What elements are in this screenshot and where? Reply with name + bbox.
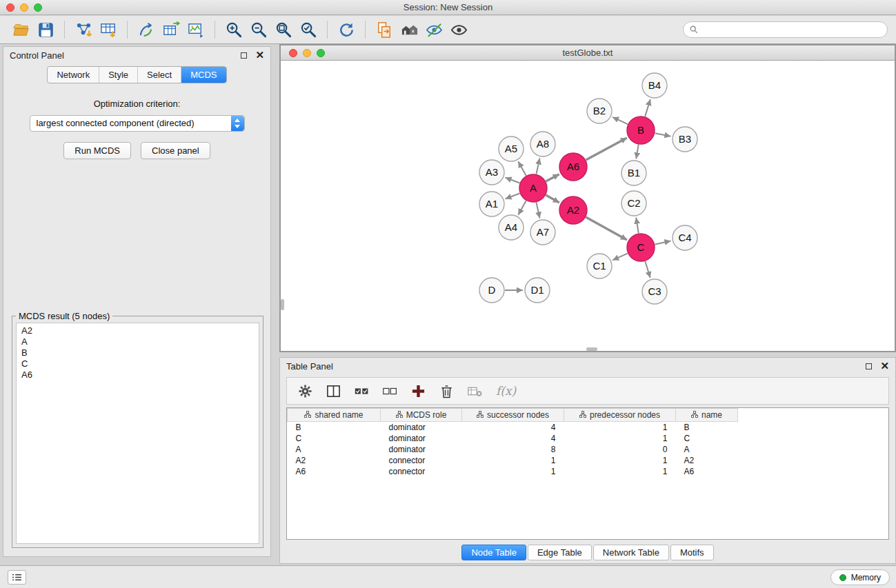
graph-node-A[interactable]: A (519, 174, 547, 202)
graph-node-B2[interactable]: B2 (587, 99, 612, 123)
table-cell[interactable]: 1 (564, 422, 676, 433)
table-cell[interactable]: 1 (564, 466, 676, 477)
close-window-button[interactable] (6, 3, 14, 12)
new-table-icon[interactable] (159, 19, 183, 41)
table-cell[interactable]: A (288, 444, 381, 455)
graph-edge-B-B1[interactable] (636, 145, 638, 159)
mcds-result-item[interactable]: A2 (21, 325, 254, 336)
export-image-icon[interactable] (183, 19, 208, 41)
table-float-panel-icon[interactable] (866, 363, 872, 369)
network-close-button[interactable] (289, 49, 297, 57)
table-cell[interactable]: 1 (462, 455, 564, 466)
float-panel-icon[interactable] (241, 52, 247, 59)
graph-node-A7[interactable]: A7 (530, 220, 555, 245)
show-hide-graphics-icon[interactable] (446, 19, 471, 41)
graph-node-C4[interactable]: C4 (673, 225, 697, 250)
mcds-result-item[interactable]: A6 (21, 369, 254, 381)
tab-motifs[interactable]: Motifs (670, 545, 714, 560)
table-row[interactable]: A6connector11A6 (288, 466, 889, 477)
search-input[interactable] (701, 25, 881, 35)
graph-node-B4[interactable]: B4 (642, 73, 667, 98)
criterion-select[interactable]: largest connected component (directed) (30, 115, 245, 132)
graph-node-A5[interactable]: A5 (499, 136, 524, 161)
table-cell[interactable]: dominator (381, 433, 462, 444)
select-all-icon[interactable] (355, 384, 369, 398)
table-cell[interactable]: 1 (564, 455, 676, 466)
graph-edge-C-C2[interactable] (636, 218, 639, 234)
show-column-icon[interactable] (326, 384, 341, 398)
zoom-in-icon[interactable] (221, 19, 246, 41)
graph-edge-C-C4[interactable] (655, 241, 671, 245)
zoom-selected-icon[interactable] (296, 19, 321, 41)
table-row[interactable]: Cdominator41C (288, 433, 889, 444)
graph-node-C[interactable]: C (627, 234, 655, 261)
home-view-icon[interactable] (397, 19, 421, 41)
close-panel-icon[interactable]: ✕ (255, 51, 264, 59)
run-mcds-button[interactable]: Run MCDS (63, 142, 131, 159)
graph-node-C3[interactable]: C3 (642, 279, 667, 304)
task-history-button[interactable] (8, 570, 26, 585)
refresh-layout-icon[interactable] (334, 19, 359, 41)
table-cell[interactable]: A (676, 444, 738, 455)
graph-edge-A-A8[interactable] (537, 159, 540, 174)
graph-node-A2[interactable]: A2 (559, 196, 587, 224)
graph-node-A3[interactable]: A3 (479, 160, 504, 185)
tab-mcds[interactable]: MCDS (181, 67, 226, 83)
tab-node-table[interactable]: Node Table (461, 545, 526, 560)
graph-node-A6[interactable]: A6 (559, 153, 587, 181)
table-cell[interactable]: 1 (462, 466, 564, 477)
graph-node-C2[interactable]: C2 (621, 191, 646, 216)
table-cell[interactable]: dominator (381, 444, 462, 455)
horizontal-scrollbar-thumb[interactable] (586, 347, 597, 351)
graph-edge-A2-C[interactable] (586, 217, 627, 240)
graph-node-A4[interactable]: A4 (499, 215, 524, 240)
import-table-icon[interactable] (96, 19, 121, 41)
graph-edge-A-A3[interactable] (506, 178, 520, 183)
add-row-icon[interactable] (411, 384, 426, 398)
graph-edge-B-B4[interactable] (645, 99, 650, 116)
graph-edge-A-A1[interactable] (506, 194, 520, 199)
open-file-icon[interactable] (8, 19, 33, 41)
graph-node-B[interactable]: B (627, 116, 655, 144)
table-cell[interactable]: 4 (462, 422, 564, 433)
table-cell[interactable]: connector (381, 455, 462, 466)
graph-edge-A-A4[interactable] (518, 201, 526, 214)
save-session-icon[interactable] (33, 19, 58, 41)
graph-edge-B-B3[interactable] (655, 133, 671, 136)
mcds-result-item[interactable]: C (21, 358, 254, 369)
graph-edge-A6-B[interactable] (586, 138, 627, 160)
table-close-panel-icon[interactable]: ✕ (880, 362, 889, 370)
graph-node-B1[interactable]: B1 (621, 161, 646, 185)
mcds-result-item[interactable]: B (21, 347, 254, 358)
memory-button[interactable]: Memory (830, 569, 890, 585)
new-network-icon[interactable] (134, 19, 159, 41)
graph-node-D1[interactable]: D1 (525, 278, 550, 303)
graph-node-B3[interactable]: B3 (673, 127, 697, 152)
minimize-window-button[interactable] (20, 3, 28, 12)
tab-edge-table[interactable]: Edge Table (528, 545, 592, 560)
search-field[interactable] (683, 21, 888, 38)
mcds-result-item[interactable]: A (21, 336, 254, 347)
column-header-successor-nodes[interactable]: successor nodes (462, 409, 564, 422)
tab-style[interactable]: Style (99, 67, 137, 83)
column-header-name[interactable]: name (676, 409, 738, 422)
graph-node-D[interactable]: D (479, 278, 504, 303)
table-cell[interactable]: 0 (564, 444, 676, 455)
table-cell[interactable]: B (676, 422, 738, 433)
zoom-window-button[interactable] (34, 3, 42, 12)
graph-edge-C-C1[interactable] (613, 254, 628, 261)
graph-node-C1[interactable]: C1 (587, 254, 612, 278)
column-header-predecessor-nodes[interactable]: predecessor nodes (564, 409, 676, 422)
table-cell[interactable]: A2 (676, 455, 738, 466)
export-document-icon[interactable] (372, 19, 397, 41)
tab-network-table[interactable]: Network Table (593, 545, 669, 560)
graph-edge-A-A7[interactable] (537, 203, 540, 219)
graph-edge-A-A6[interactable] (546, 174, 559, 181)
table-row[interactable]: Adominator80A (288, 444, 889, 455)
graph-edge-B-B2[interactable] (613, 117, 628, 124)
graph-edge-A-A5[interactable] (518, 161, 526, 175)
table-cell[interactable]: connector (381, 466, 462, 477)
settings-icon[interactable] (298, 384, 312, 398)
network-zoom-button[interactable] (317, 49, 325, 57)
table-cell[interactable]: B (288, 422, 381, 433)
